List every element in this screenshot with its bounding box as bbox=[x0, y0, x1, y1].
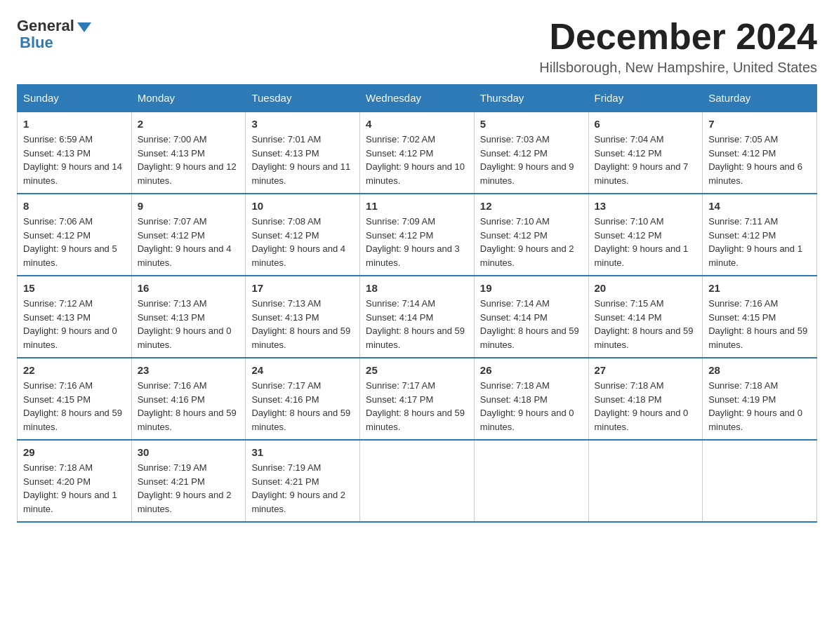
day-number: 9 bbox=[138, 200, 240, 212]
day-number: 27 bbox=[595, 364, 697, 376]
day-info: Sunrise: 7:13 AMSunset: 4:13 PMDaylight:… bbox=[138, 297, 240, 351]
day-info: Sunrise: 7:15 AMSunset: 4:14 PMDaylight:… bbox=[595, 297, 697, 351]
day-number: 5 bbox=[480, 118, 583, 130]
day-number: 13 bbox=[595, 200, 697, 212]
page-header: General Blue December 2024 Hillsborough,… bbox=[17, 17, 817, 76]
week-row: 1Sunrise: 6:59 AMSunset: 4:13 PMDaylight… bbox=[18, 112, 817, 194]
day-info: Sunrise: 7:11 AMSunset: 4:12 PMDaylight:… bbox=[708, 215, 811, 269]
day-number: 17 bbox=[251, 282, 354, 294]
day-of-week-header: Wednesday bbox=[360, 85, 475, 112]
calendar-cell: 18Sunrise: 7:14 AMSunset: 4:14 PMDayligh… bbox=[360, 276, 475, 358]
calendar-cell: 14Sunrise: 7:11 AMSunset: 4:12 PMDayligh… bbox=[703, 194, 817, 276]
calendar-cell: 16Sunrise: 7:13 AMSunset: 4:13 PMDayligh… bbox=[131, 276, 246, 358]
day-number: 28 bbox=[708, 364, 811, 376]
calendar-cell: 15Sunrise: 7:12 AMSunset: 4:13 PMDayligh… bbox=[18, 276, 132, 358]
day-number: 26 bbox=[480, 364, 583, 376]
day-info: Sunrise: 7:14 AMSunset: 4:14 PMDaylight:… bbox=[480, 297, 583, 351]
calendar-cell: 24Sunrise: 7:17 AMSunset: 4:16 PMDayligh… bbox=[246, 358, 360, 440]
day-number: 18 bbox=[366, 282, 468, 294]
day-of-week-header: Saturday bbox=[703, 85, 817, 112]
calendar-cell: 12Sunrise: 7:10 AMSunset: 4:12 PMDayligh… bbox=[474, 194, 588, 276]
day-number: 11 bbox=[366, 200, 468, 212]
calendar-cell: 11Sunrise: 7:09 AMSunset: 4:12 PMDayligh… bbox=[360, 194, 475, 276]
calendar-table: SundayMondayTuesdayWednesdayThursdayFrid… bbox=[17, 84, 817, 523]
calendar-cell bbox=[474, 440, 588, 522]
day-number: 10 bbox=[251, 200, 354, 212]
day-number: 15 bbox=[23, 282, 126, 294]
logo-arrow-icon bbox=[77, 22, 91, 32]
day-info: Sunrise: 7:12 AMSunset: 4:13 PMDaylight:… bbox=[23, 297, 126, 351]
calendar-cell: 27Sunrise: 7:18 AMSunset: 4:18 PMDayligh… bbox=[588, 358, 703, 440]
day-of-week-header: Sunday bbox=[18, 85, 132, 112]
calendar-cell: 7Sunrise: 7:05 AMSunset: 4:12 PMDaylight… bbox=[703, 112, 817, 194]
day-number: 14 bbox=[708, 200, 811, 212]
day-number: 20 bbox=[595, 282, 697, 294]
day-of-week-header: Monday bbox=[131, 85, 246, 112]
location: Hillsborough, New Hampshire, United Stat… bbox=[539, 60, 817, 76]
calendar-cell: 5Sunrise: 7:03 AMSunset: 4:12 PMDaylight… bbox=[474, 112, 588, 194]
calendar-cell: 10Sunrise: 7:08 AMSunset: 4:12 PMDayligh… bbox=[246, 194, 360, 276]
calendar-cell: 13Sunrise: 7:10 AMSunset: 4:12 PMDayligh… bbox=[588, 194, 703, 276]
day-number: 8 bbox=[23, 200, 126, 212]
calendar-cell: 2Sunrise: 7:00 AMSunset: 4:13 PMDaylight… bbox=[131, 112, 246, 194]
day-number: 29 bbox=[23, 446, 126, 458]
day-info: Sunrise: 7:03 AMSunset: 4:12 PMDaylight:… bbox=[480, 133, 583, 187]
day-info: Sunrise: 7:06 AMSunset: 4:12 PMDaylight:… bbox=[23, 215, 126, 269]
calendar-cell: 28Sunrise: 7:18 AMSunset: 4:19 PMDayligh… bbox=[703, 358, 817, 440]
calendar-cell: 3Sunrise: 7:01 AMSunset: 4:13 PMDaylight… bbox=[246, 112, 360, 194]
day-number: 7 bbox=[708, 118, 811, 130]
calendar-header: SundayMondayTuesdayWednesdayThursdayFrid… bbox=[18, 85, 817, 112]
logo-general-text: General bbox=[17, 17, 74, 35]
day-info: Sunrise: 7:16 AMSunset: 4:15 PMDaylight:… bbox=[23, 379, 126, 434]
calendar-cell: 6Sunrise: 7:04 AMSunset: 4:12 PMDaylight… bbox=[588, 112, 703, 194]
day-number: 25 bbox=[366, 364, 468, 376]
day-number: 22 bbox=[23, 364, 126, 376]
day-info: Sunrise: 6:59 AMSunset: 4:13 PMDaylight:… bbox=[23, 133, 126, 187]
week-row: 15Sunrise: 7:12 AMSunset: 4:13 PMDayligh… bbox=[18, 276, 817, 358]
day-info: Sunrise: 7:17 AMSunset: 4:16 PMDaylight:… bbox=[251, 379, 354, 434]
day-info: Sunrise: 7:00 AMSunset: 4:13 PMDaylight:… bbox=[138, 133, 240, 187]
day-number: 19 bbox=[480, 282, 583, 294]
day-info: Sunrise: 7:16 AMSunset: 4:16 PMDaylight:… bbox=[138, 379, 240, 434]
calendar-cell: 29Sunrise: 7:18 AMSunset: 4:20 PMDayligh… bbox=[18, 440, 132, 522]
day-info: Sunrise: 7:14 AMSunset: 4:14 PMDaylight:… bbox=[366, 297, 468, 351]
day-number: 4 bbox=[366, 118, 468, 130]
day-number: 31 bbox=[251, 446, 354, 458]
title-section: December 2024 Hillsborough, New Hampshir… bbox=[539, 17, 817, 76]
calendar-cell: 17Sunrise: 7:13 AMSunset: 4:13 PMDayligh… bbox=[246, 276, 360, 358]
day-info: Sunrise: 7:04 AMSunset: 4:12 PMDaylight:… bbox=[595, 133, 697, 187]
logo-blue-text: Blue bbox=[20, 34, 53, 52]
days-of-week-row: SundayMondayTuesdayWednesdayThursdayFrid… bbox=[18, 85, 817, 112]
calendar-cell bbox=[703, 440, 817, 522]
day-info: Sunrise: 7:18 AMSunset: 4:20 PMDaylight:… bbox=[23, 461, 126, 516]
day-info: Sunrise: 7:18 AMSunset: 4:19 PMDaylight:… bbox=[708, 379, 811, 434]
day-info: Sunrise: 7:01 AMSunset: 4:13 PMDaylight:… bbox=[251, 133, 354, 187]
day-info: Sunrise: 7:16 AMSunset: 4:15 PMDaylight:… bbox=[708, 297, 811, 351]
day-info: Sunrise: 7:02 AMSunset: 4:12 PMDaylight:… bbox=[366, 133, 468, 187]
day-number: 30 bbox=[138, 446, 240, 458]
calendar-cell bbox=[360, 440, 475, 522]
calendar-cell: 23Sunrise: 7:16 AMSunset: 4:16 PMDayligh… bbox=[131, 358, 246, 440]
calendar-cell: 1Sunrise: 6:59 AMSunset: 4:13 PMDaylight… bbox=[18, 112, 132, 194]
calendar-cell: 31Sunrise: 7:19 AMSunset: 4:21 PMDayligh… bbox=[246, 440, 360, 522]
calendar-cell: 19Sunrise: 7:14 AMSunset: 4:14 PMDayligh… bbox=[474, 276, 588, 358]
day-number: 2 bbox=[138, 118, 240, 130]
week-row: 22Sunrise: 7:16 AMSunset: 4:15 PMDayligh… bbox=[18, 358, 817, 440]
logo-general: General bbox=[17, 17, 91, 35]
day-info: Sunrise: 7:19 AMSunset: 4:21 PMDaylight:… bbox=[138, 461, 240, 516]
calendar-cell: 22Sunrise: 7:16 AMSunset: 4:15 PMDayligh… bbox=[18, 358, 132, 440]
calendar-cell: 8Sunrise: 7:06 AMSunset: 4:12 PMDaylight… bbox=[18, 194, 132, 276]
day-number: 23 bbox=[138, 364, 240, 376]
month-title: December 2024 bbox=[539, 17, 817, 57]
day-number: 12 bbox=[480, 200, 583, 212]
week-row: 29Sunrise: 7:18 AMSunset: 4:20 PMDayligh… bbox=[18, 440, 817, 522]
calendar-cell: 20Sunrise: 7:15 AMSunset: 4:14 PMDayligh… bbox=[588, 276, 703, 358]
calendar-cell: 30Sunrise: 7:19 AMSunset: 4:21 PMDayligh… bbox=[131, 440, 246, 522]
day-info: Sunrise: 7:17 AMSunset: 4:17 PMDaylight:… bbox=[366, 379, 468, 434]
day-info: Sunrise: 7:10 AMSunset: 4:12 PMDaylight:… bbox=[595, 215, 697, 269]
day-info: Sunrise: 7:19 AMSunset: 4:21 PMDaylight:… bbox=[251, 461, 354, 516]
day-number: 24 bbox=[251, 364, 354, 376]
day-info: Sunrise: 7:09 AMSunset: 4:12 PMDaylight:… bbox=[366, 215, 468, 269]
day-number: 3 bbox=[251, 118, 354, 130]
day-number: 6 bbox=[595, 118, 697, 130]
